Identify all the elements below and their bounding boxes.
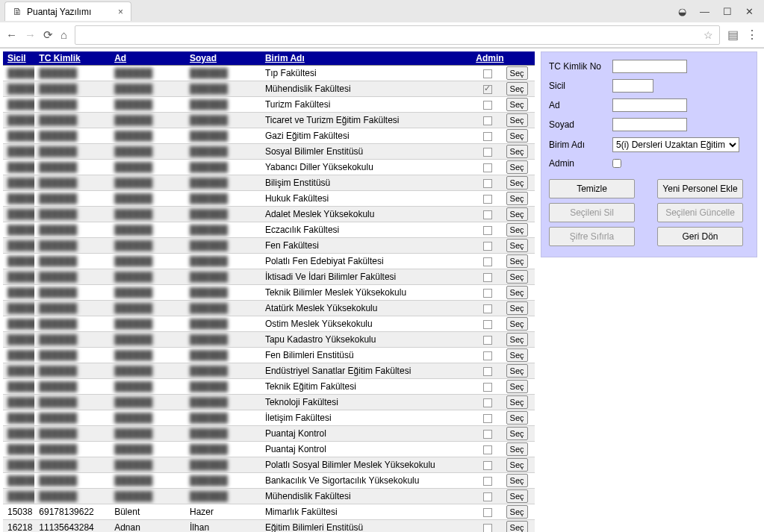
update-selected-button[interactable]: Seçileni Güncelle: [657, 203, 743, 222]
select-row-button[interactable]: Seç: [506, 207, 528, 221]
table-cell: ██████: [3, 160, 34, 175]
table-cell: ██████: [185, 238, 261, 254]
table-cell-select: Seç: [505, 442, 535, 457]
select-row-button[interactable]: Seç: [506, 474, 528, 487]
profile-icon[interactable]: ◒: [678, 6, 686, 17]
table-row: ████████████████████████Hukuk FakültesiS…: [3, 191, 535, 207]
select-row-button[interactable]: Seç: [506, 129, 528, 143]
table-cell-select: Seç: [505, 66, 535, 81]
delete-selected-button[interactable]: Seçileni Sil: [549, 203, 635, 222]
table-cell-birim: İktisadi Ve İdari Bilimler Fakültesi: [261, 269, 471, 285]
select-row-button[interactable]: Seç: [506, 113, 528, 127]
table-row: ████████████████████████İktisadi Ve İdar…: [3, 269, 535, 285]
birim-select[interactable]: 5(i) Dersleri Uzaktan Eğitim: [612, 137, 739, 152]
col-sicil[interactable]: Sicil: [3, 51, 34, 66]
table-cell: ██████: [185, 81, 261, 97]
admin-checkbox-icon: [483, 116, 492, 125]
col-admin[interactable]: Admin: [471, 51, 504, 66]
select-row-button[interactable]: Seç: [506, 254, 528, 268]
col-ad[interactable]: Ad: [110, 51, 185, 66]
table-cell-admin: [471, 113, 504, 128]
select-row-button[interactable]: Seç: [506, 160, 528, 174]
select-row-button[interactable]: Seç: [506, 82, 528, 96]
select-row-button[interactable]: Seç: [506, 301, 528, 315]
window-close-icon[interactable]: ✕: [745, 6, 754, 17]
admin-checkbox[interactable]: [612, 159, 621, 168]
select-row-button[interactable]: Seç: [506, 521, 528, 532]
table-cell-select: Seç: [505, 395, 535, 410]
col-soyad[interactable]: Soyad: [185, 51, 261, 66]
select-row-button[interactable]: Seç: [506, 458, 528, 472]
table-cell: ██████: [34, 363, 110, 379]
select-row-button[interactable]: Seç: [506, 348, 528, 362]
select-row-button[interactable]: Seç: [506, 192, 528, 205]
select-row-button[interactable]: Seç: [506, 317, 528, 331]
clear-button[interactable]: Temizle: [549, 179, 635, 198]
new-personnel-button[interactable]: Yeni Personel Ekle: [657, 179, 743, 198]
tc-input[interactable]: [612, 60, 687, 73]
ad-input[interactable]: [612, 98, 687, 112]
personnel-table: Sicil TC Kimlik Ad Soyad Birim Adı Admin…: [3, 51, 535, 532]
admin-checkbox-icon: [483, 508, 492, 517]
table-cell: ██████: [3, 144, 34, 160]
browser-tab[interactable]: 🗎 Puantaj Yazılımı ×: [4, 1, 131, 21]
select-row-button[interactable]: Seç: [506, 442, 528, 456]
select-row-button[interactable]: Seç: [506, 411, 528, 425]
table-cell: ██████: [34, 254, 110, 269]
go-back-button[interactable]: Geri Dön: [657, 227, 743, 246]
select-row-button[interactable]: Seç: [506, 505, 528, 519]
select-row-button[interactable]: Seç: [506, 270, 528, 284]
table-cell: ██████: [3, 442, 34, 457]
select-row-button[interactable]: Seç: [506, 395, 528, 409]
admin-checkbox-icon: [483, 477, 492, 486]
table-cell-admin: [471, 97, 504, 113]
select-row-button[interactable]: Seç: [506, 427, 528, 440]
select-row-button[interactable]: Seç: [506, 364, 528, 378]
table-cell: ██████: [110, 175, 185, 191]
browser-menu-icon[interactable]: ⋮: [746, 28, 758, 42]
window-minimize-icon[interactable]: —: [700, 6, 709, 17]
table-cell-select: Seç: [505, 191, 535, 207]
select-row-button[interactable]: Seç: [506, 98, 528, 111]
table-row: ████████████████████████Fen FakültesiSeç: [3, 238, 535, 254]
table-cell: ██████: [110, 301, 185, 316]
reader-icon[interactable]: ▤: [727, 28, 739, 42]
admin-checkbox-icon: [483, 336, 492, 345]
table-cell-birim: Turizm Fakültesi: [261, 97, 471, 113]
table-cell: ██████: [110, 348, 185, 363]
table-cell-select: Seç: [505, 363, 535, 379]
table-cell-select: Seç: [505, 457, 535, 473]
select-row-button[interactable]: Seç: [506, 223, 528, 237]
tab-close-icon[interactable]: ×: [118, 7, 123, 17]
bookmark-star-icon[interactable]: ☆: [704, 29, 713, 41]
select-row-button[interactable]: Seç: [506, 333, 528, 346]
soyad-input[interactable]: [612, 118, 687, 131]
select-row-button[interactable]: Seç: [506, 176, 528, 190]
nav-reload-icon[interactable]: ⟳: [43, 28, 53, 42]
select-row-button[interactable]: Seç: [506, 145, 528, 158]
table-cell: ██████: [110, 332, 185, 348]
table-row: ████████████████████████Tıp FakültesiSeç: [3, 66, 535, 81]
admin-checkbox-icon: [483, 398, 492, 407]
select-row-button[interactable]: Seç: [506, 239, 528, 252]
table-row: 1621811135643284AdnanİlhanEğitim Bilimle…: [3, 520, 535, 533]
file-icon: 🗎: [13, 6, 22, 17]
select-row-button[interactable]: Seç: [506, 380, 528, 393]
window-maximize-icon[interactable]: ☐: [723, 6, 732, 17]
table-cell: ██████: [110, 316, 185, 332]
nav-home-icon[interactable]: ⌂: [60, 28, 67, 41]
table-row: ████████████████████████Ticaret ve Turiz…: [3, 113, 535, 128]
select-row-button[interactable]: Seç: [506, 286, 528, 299]
address-bar[interactable]: ☆: [75, 25, 720, 45]
table-cell: ██████: [34, 285, 110, 301]
col-birim[interactable]: Birim Adı: [261, 51, 471, 66]
select-row-button[interactable]: Seç: [506, 66, 528, 80]
reset-password-button[interactable]: Şifre Sıfırla: [549, 227, 635, 246]
table-cell: ██████: [110, 97, 185, 113]
select-row-button[interactable]: Seç: [506, 489, 528, 503]
table-row: ████████████████████████Bilişim Enstitüs…: [3, 175, 535, 191]
nav-back-icon[interactable]: ←: [6, 28, 17, 41]
sicil-input[interactable]: [612, 79, 653, 93]
label-sicil: Sicil: [549, 81, 612, 91]
col-tc[interactable]: TC Kimlik: [34, 51, 110, 66]
